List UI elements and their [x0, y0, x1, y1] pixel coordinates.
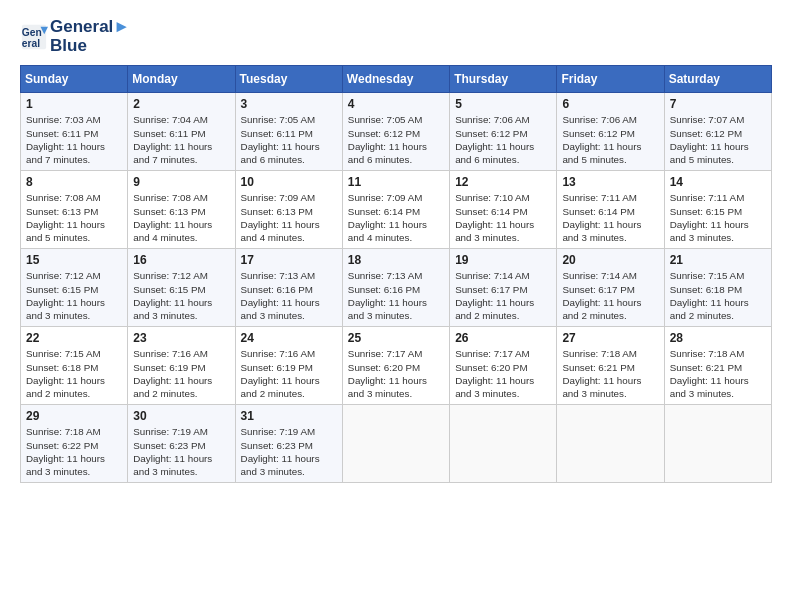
day-info: Sunrise: 7:16 AMSunset: 6:19 PMDaylight:…	[133, 347, 229, 400]
day-cell: 9Sunrise: 7:08 AMSunset: 6:13 PMDaylight…	[128, 171, 235, 249]
day-info: Sunrise: 7:12 AMSunset: 6:15 PMDaylight:…	[133, 269, 229, 322]
day-info: Sunrise: 7:15 AMSunset: 6:18 PMDaylight:…	[670, 269, 766, 322]
day-info: Sunrise: 7:18 AMSunset: 6:21 PMDaylight:…	[562, 347, 658, 400]
day-cell: 10Sunrise: 7:09 AMSunset: 6:13 PMDayligh…	[235, 171, 342, 249]
day-info: Sunrise: 7:17 AMSunset: 6:20 PMDaylight:…	[348, 347, 444, 400]
day-number: 13	[562, 175, 658, 189]
calendar-table: SundayMondayTuesdayWednesdayThursdayFrid…	[20, 65, 772, 483]
day-number: 11	[348, 175, 444, 189]
day-cell: 12Sunrise: 7:10 AMSunset: 6:14 PMDayligh…	[450, 171, 557, 249]
day-cell	[342, 405, 449, 483]
day-info: Sunrise: 7:08 AMSunset: 6:13 PMDaylight:…	[133, 191, 229, 244]
day-number: 12	[455, 175, 551, 189]
day-number: 15	[26, 253, 122, 267]
day-number: 21	[670, 253, 766, 267]
day-info: Sunrise: 7:05 AMSunset: 6:12 PMDaylight:…	[348, 113, 444, 166]
week-row-1: 1Sunrise: 7:03 AMSunset: 6:11 PMDaylight…	[21, 93, 772, 171]
day-number: 29	[26, 409, 122, 423]
day-info: Sunrise: 7:06 AMSunset: 6:12 PMDaylight:…	[562, 113, 658, 166]
day-info: Sunrise: 7:13 AMSunset: 6:16 PMDaylight:…	[241, 269, 337, 322]
col-header-saturday: Saturday	[664, 66, 771, 93]
day-info: Sunrise: 7:09 AMSunset: 6:13 PMDaylight:…	[241, 191, 337, 244]
day-info: Sunrise: 7:05 AMSunset: 6:11 PMDaylight:…	[241, 113, 337, 166]
col-header-friday: Friday	[557, 66, 664, 93]
logo-line2: Blue	[50, 37, 130, 56]
logo-text-block: General► Blue	[50, 18, 130, 55]
day-cell: 29Sunrise: 7:18 AMSunset: 6:22 PMDayligh…	[21, 405, 128, 483]
week-row-5: 29Sunrise: 7:18 AMSunset: 6:22 PMDayligh…	[21, 405, 772, 483]
day-info: Sunrise: 7:04 AMSunset: 6:11 PMDaylight:…	[133, 113, 229, 166]
logo-icon: Gen eral	[20, 23, 48, 51]
header-row: SundayMondayTuesdayWednesdayThursdayFrid…	[21, 66, 772, 93]
day-cell: 3Sunrise: 7:05 AMSunset: 6:11 PMDaylight…	[235, 93, 342, 171]
day-cell: 6Sunrise: 7:06 AMSunset: 6:12 PMDaylight…	[557, 93, 664, 171]
day-number: 20	[562, 253, 658, 267]
day-info: Sunrise: 7:08 AMSunset: 6:13 PMDaylight:…	[26, 191, 122, 244]
day-cell	[557, 405, 664, 483]
day-cell: 7Sunrise: 7:07 AMSunset: 6:12 PMDaylight…	[664, 93, 771, 171]
day-info: Sunrise: 7:11 AMSunset: 6:15 PMDaylight:…	[670, 191, 766, 244]
svg-text:Gen: Gen	[22, 27, 42, 38]
logo: Gen eral General► Blue	[20, 18, 130, 55]
day-cell: 26Sunrise: 7:17 AMSunset: 6:20 PMDayligh…	[450, 327, 557, 405]
day-info: Sunrise: 7:16 AMSunset: 6:19 PMDaylight:…	[241, 347, 337, 400]
day-number: 14	[670, 175, 766, 189]
day-cell: 24Sunrise: 7:16 AMSunset: 6:19 PMDayligh…	[235, 327, 342, 405]
col-header-wednesday: Wednesday	[342, 66, 449, 93]
day-info: Sunrise: 7:18 AMSunset: 6:21 PMDaylight:…	[670, 347, 766, 400]
day-cell: 2Sunrise: 7:04 AMSunset: 6:11 PMDaylight…	[128, 93, 235, 171]
svg-text:eral: eral	[22, 38, 40, 49]
day-number: 30	[133, 409, 229, 423]
day-cell: 31Sunrise: 7:19 AMSunset: 6:23 PMDayligh…	[235, 405, 342, 483]
day-cell: 4Sunrise: 7:05 AMSunset: 6:12 PMDaylight…	[342, 93, 449, 171]
logo-line1: General►	[50, 18, 130, 37]
week-row-4: 22Sunrise: 7:15 AMSunset: 6:18 PMDayligh…	[21, 327, 772, 405]
day-info: Sunrise: 7:17 AMSunset: 6:20 PMDaylight:…	[455, 347, 551, 400]
day-cell: 30Sunrise: 7:19 AMSunset: 6:23 PMDayligh…	[128, 405, 235, 483]
day-number: 25	[348, 331, 444, 345]
day-number: 26	[455, 331, 551, 345]
col-header-monday: Monday	[128, 66, 235, 93]
day-cell: 23Sunrise: 7:16 AMSunset: 6:19 PMDayligh…	[128, 327, 235, 405]
day-cell	[450, 405, 557, 483]
day-number: 23	[133, 331, 229, 345]
day-info: Sunrise: 7:14 AMSunset: 6:17 PMDaylight:…	[455, 269, 551, 322]
day-number: 22	[26, 331, 122, 345]
day-number: 17	[241, 253, 337, 267]
day-info: Sunrise: 7:11 AMSunset: 6:14 PMDaylight:…	[562, 191, 658, 244]
col-header-thursday: Thursday	[450, 66, 557, 93]
calendar-page: Gen eral General► Blue SundayMondayTuesd…	[0, 0, 792, 612]
day-cell: 28Sunrise: 7:18 AMSunset: 6:21 PMDayligh…	[664, 327, 771, 405]
day-cell: 11Sunrise: 7:09 AMSunset: 6:14 PMDayligh…	[342, 171, 449, 249]
day-number: 16	[133, 253, 229, 267]
day-number: 1	[26, 97, 122, 111]
day-number: 8	[26, 175, 122, 189]
day-cell: 20Sunrise: 7:14 AMSunset: 6:17 PMDayligh…	[557, 249, 664, 327]
day-number: 4	[348, 97, 444, 111]
day-cell: 19Sunrise: 7:14 AMSunset: 6:17 PMDayligh…	[450, 249, 557, 327]
day-info: Sunrise: 7:19 AMSunset: 6:23 PMDaylight:…	[241, 425, 337, 478]
day-cell: 18Sunrise: 7:13 AMSunset: 6:16 PMDayligh…	[342, 249, 449, 327]
day-cell: 15Sunrise: 7:12 AMSunset: 6:15 PMDayligh…	[21, 249, 128, 327]
day-number: 7	[670, 97, 766, 111]
header: Gen eral General► Blue	[20, 18, 772, 55]
day-info: Sunrise: 7:15 AMSunset: 6:18 PMDaylight:…	[26, 347, 122, 400]
day-number: 27	[562, 331, 658, 345]
day-cell	[664, 405, 771, 483]
day-info: Sunrise: 7:07 AMSunset: 6:12 PMDaylight:…	[670, 113, 766, 166]
day-info: Sunrise: 7:06 AMSunset: 6:12 PMDaylight:…	[455, 113, 551, 166]
day-cell: 25Sunrise: 7:17 AMSunset: 6:20 PMDayligh…	[342, 327, 449, 405]
day-cell: 17Sunrise: 7:13 AMSunset: 6:16 PMDayligh…	[235, 249, 342, 327]
day-info: Sunrise: 7:19 AMSunset: 6:23 PMDaylight:…	[133, 425, 229, 478]
day-cell: 27Sunrise: 7:18 AMSunset: 6:21 PMDayligh…	[557, 327, 664, 405]
day-cell: 13Sunrise: 7:11 AMSunset: 6:14 PMDayligh…	[557, 171, 664, 249]
day-number: 19	[455, 253, 551, 267]
day-info: Sunrise: 7:13 AMSunset: 6:16 PMDaylight:…	[348, 269, 444, 322]
day-number: 24	[241, 331, 337, 345]
week-row-3: 15Sunrise: 7:12 AMSunset: 6:15 PMDayligh…	[21, 249, 772, 327]
day-info: Sunrise: 7:10 AMSunset: 6:14 PMDaylight:…	[455, 191, 551, 244]
day-cell: 5Sunrise: 7:06 AMSunset: 6:12 PMDaylight…	[450, 93, 557, 171]
col-header-sunday: Sunday	[21, 66, 128, 93]
day-cell: 14Sunrise: 7:11 AMSunset: 6:15 PMDayligh…	[664, 171, 771, 249]
day-info: Sunrise: 7:12 AMSunset: 6:15 PMDaylight:…	[26, 269, 122, 322]
